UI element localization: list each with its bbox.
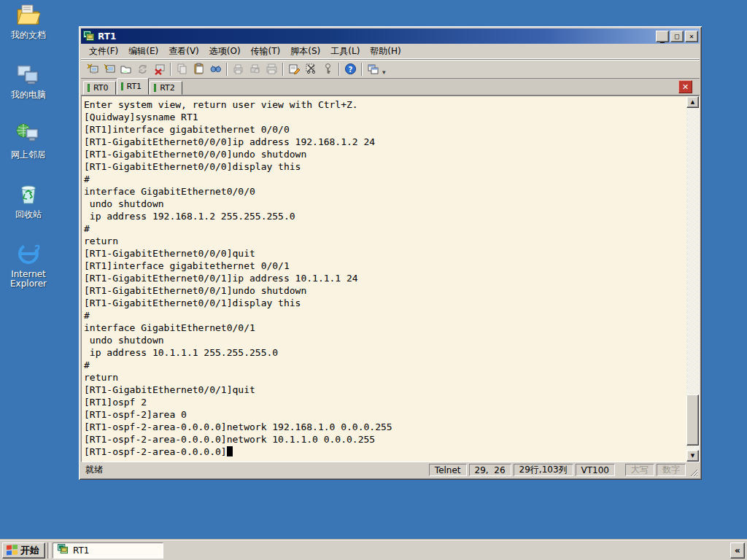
menu-item-2[interactable]: 查看(V) (163, 44, 204, 59)
print-icon (230, 61, 247, 77)
desktop-icon-label: 回收站 (15, 210, 42, 219)
menu-item-4[interactable]: 传输(T) (246, 44, 286, 59)
menu-item-7[interactable]: 帮助(H) (365, 44, 406, 59)
taskbar: 开始 RT1 « (0, 540, 747, 560)
taskbar-task-rt1[interactable]: RT1 (53, 542, 163, 559)
menu-bar: 文件(F)编辑(E)查看(V)选项(O)传输(T)脚本(S)工具(L)帮助(H) (81, 44, 700, 59)
menu-item-0[interactable]: 文件(F) (84, 44, 123, 59)
session-options-icon[interactable] (303, 61, 320, 77)
svg-text:?: ? (349, 66, 353, 74)
terminal-area: Enter system view, return user view with… (81, 96, 700, 462)
app-terminal-icon (83, 31, 95, 42)
terminal-line: [RT1-GigabitEthernet0/0/1]quit (84, 384, 686, 396)
terminal-line: undo shutdown (84, 198, 686, 210)
terminal-line: undo shutdown (84, 334, 686, 346)
task-terminal-icon (58, 544, 73, 556)
status-protocol: Telnet (429, 464, 467, 476)
menu-item-3[interactable]: 选项(O) (204, 44, 246, 59)
terminal-line: [RT1]interface gigabitethernet 0/0/0 (84, 123, 686, 136)
terminal-line: [RT1-ospf-2-area-0.0.0.0]network 192.168… (84, 421, 686, 433)
toolbar-separator (282, 63, 284, 76)
desktop-icon-label: 网上邻居 (11, 150, 46, 160)
terminal-line: [RT1-GigabitEthernet0/0/0]ip address 192… (84, 136, 686, 148)
scroll-up-button[interactable]: ▲ (686, 96, 699, 108)
network-places-icon (16, 122, 41, 148)
menu-item-6[interactable]: 工具(L) (325, 44, 365, 59)
disconnect-icon[interactable] (151, 61, 168, 77)
help-icon[interactable]: ? (342, 61, 359, 77)
quick-connect-icon[interactable] (84, 61, 101, 77)
properties-icon[interactable] (286, 61, 303, 77)
window-titlebar[interactable]: RT1 _ □ ✕ (81, 28, 700, 44)
start-label: 开始 (20, 544, 39, 557)
windows-logo-icon (6, 544, 18, 556)
terminal-line: [RT1-ospf-2-area-0.0.0.0] (84, 446, 686, 458)
tray-collapse-button[interactable]: « (730, 542, 745, 559)
tab-connected-indicator (154, 84, 156, 92)
tab-label: RT2 (160, 83, 175, 93)
terminal-line: return (84, 235, 686, 247)
session-tab-rt1[interactable]: RT1 (117, 78, 150, 95)
print-preview-icon (247, 61, 263, 77)
terminal-line: # (84, 309, 686, 322)
close-button[interactable]: ✕ (685, 31, 698, 42)
desktop-icon-my-documents[interactable]: 我的文档 (0, 3, 57, 60)
paste-icon[interactable] (190, 61, 207, 77)
session-tab-rt2[interactable]: RT2 (150, 81, 182, 95)
minimize-button[interactable]: _ (656, 31, 669, 42)
vertical-scrollbar[interactable]: ▲ ▼ (686, 96, 699, 462)
status-cursor-position: 29, 26 (469, 464, 511, 476)
terminal-output[interactable]: Enter system view, return user view with… (82, 96, 686, 462)
status-ready: 就绪 (85, 464, 427, 476)
terminal-line: [RT1-GigabitEthernet0/0/0]display this (84, 160, 686, 173)
terminal-line: [RT1-GigabitEthernet0/0/1]undo shutdown (84, 284, 686, 297)
terminal-line: ip address 10.1.1.1 255.255.255.0 (84, 346, 686, 359)
printer-icon (263, 61, 280, 77)
my-documents-icon (16, 3, 41, 28)
desktop-icon-label: 我的电脑 (11, 90, 46, 100)
session-tab-bar: RT0RT1RT2 ✕ (81, 79, 700, 96)
connect-icon[interactable] (101, 61, 117, 77)
desktop-icon-network-places[interactable]: 网上邻居 (0, 122, 57, 179)
recycle-bin-icon (16, 182, 41, 208)
scrollbar-thumb[interactable] (686, 394, 699, 446)
maximize-button[interactable]: □ (670, 31, 684, 42)
desktop-icon-internet-explorer[interactable]: Internet Explorer (0, 242, 57, 299)
terminal-line: [Quidway]sysname RT1 (84, 111, 686, 123)
connect-tab-icon[interactable] (117, 61, 134, 77)
terminal-line: [RT1-ospf-2]area 0 (84, 408, 686, 421)
session-tab-rt0[interactable]: RT0 (83, 81, 116, 95)
resize-grip[interactable] (689, 467, 698, 477)
cascade-windows-icon[interactable] (365, 61, 382, 77)
find-icon[interactable] (207, 61, 224, 77)
desktop-icon-my-computer[interactable]: 我的电脑 (0, 63, 57, 120)
scroll-down-button[interactable]: ▼ (686, 450, 699, 462)
terminal-line: [RT1-GigabitEthernet0/0/1]ip address 10.… (84, 272, 686, 284)
task-label: RT1 (73, 545, 89, 556)
reconnect-icon (134, 61, 151, 77)
terminal-line: ip address 192.168.1.2 255.255.255.0 (84, 210, 686, 222)
desktop-icon-recycle-bin[interactable]: 回收站 (0, 182, 57, 239)
terminal-line: [RT1-ospf-2-area-0.0.0.0]network 10.1.1.… (84, 433, 686, 446)
tab-close-button[interactable]: ✕ (678, 80, 692, 93)
terminal-line: interface GigabitEthernet0/0/0 (84, 185, 686, 198)
menu-item-5[interactable]: 脚本(S) (285, 44, 325, 59)
status-num-lock: 数字 (657, 464, 686, 476)
toolbar-separator (361, 63, 363, 76)
internet-explorer-icon (16, 242, 41, 268)
toolbar-separator (338, 63, 340, 76)
tab-connected-indicator (88, 84, 90, 92)
key-icon[interactable] (320, 61, 336, 77)
menu-item-1[interactable]: 编辑(E) (123, 44, 163, 59)
toolbar: ?▾ (81, 59, 700, 79)
copy-icon (174, 61, 190, 77)
tab-connected-indicator (121, 82, 123, 90)
terminal-line: Enter system view, return user view with… (84, 98, 686, 111)
desktop-icon-list: 我的文档我的电脑网上邻居回收站Internet Explorer (0, 3, 57, 302)
terminal-line: interface GigabitEthernet0/0/1 (84, 322, 686, 334)
toolbar-options-icon[interactable]: ▾ (382, 69, 386, 78)
terminal-line: [RT1]ospf 2 (84, 396, 686, 408)
window-title: RT1 (98, 31, 654, 42)
start-button[interactable]: 开始 (2, 542, 45, 559)
terminal-line: return (84, 371, 686, 384)
